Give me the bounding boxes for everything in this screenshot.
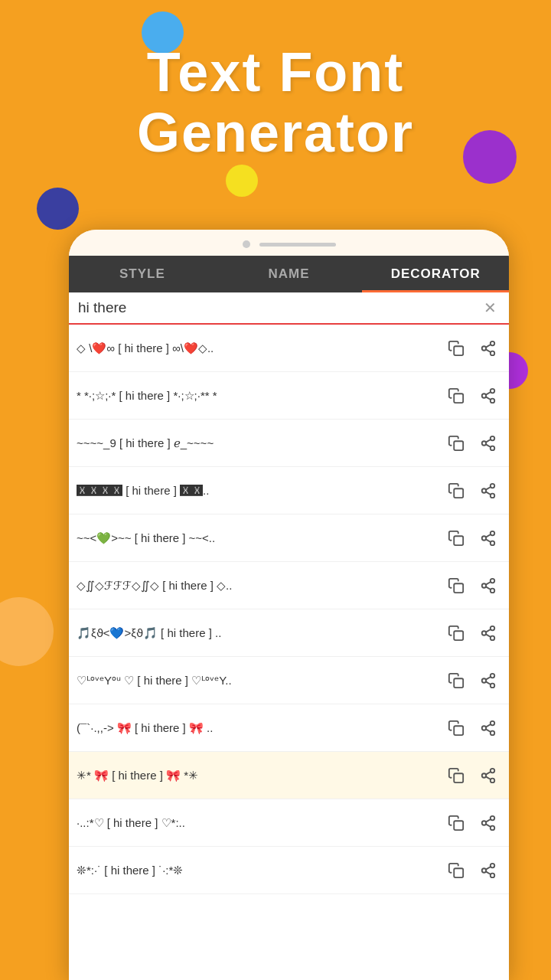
copy-button[interactable] [443,335,469,361]
result-actions [443,810,501,836]
svg-rect-36 [454,631,463,640]
copy-button[interactable] [443,573,469,599]
share-button[interactable] [475,383,501,409]
dot-blue-left [37,188,79,230]
tab-name[interactable]: NAME [216,256,363,292]
share-button[interactable] [475,858,501,884]
svg-line-16 [486,444,491,447]
svg-line-47 [486,676,491,679]
copy-button[interactable] [443,810,469,836]
svg-line-11 [486,391,491,394]
notch-bar [259,243,336,247]
result-row: ❊*:·˙ [ hi there ] ˙·:*❊ [69,847,509,894]
result-actions [443,478,501,504]
share-button[interactable] [475,763,501,789]
share-button[interactable] [475,478,501,504]
result-row: 🎵ξϑ<💙>ξϑ🎵 [ hi there ] .. [69,609,509,657]
copy-button[interactable] [443,620,469,646]
result-actions [443,383,501,409]
share-button[interactable] [475,430,501,456]
result-actions [443,335,501,361]
svg-rect-54 [454,773,463,782]
svg-line-22 [486,492,491,495]
result-row: (¯`·.,,-> 🎀 [ hi there ] 🎀 .. [69,704,509,752]
svg-rect-42 [454,678,463,688]
result-text: ❊*:·˙ [ hi there ] ˙·:*❊ [77,863,439,878]
phone-notch [69,230,509,256]
svg-line-71 [486,866,491,869]
app-title-line2: Generator [0,103,551,163]
svg-rect-66 [454,868,463,877]
share-button[interactable] [475,335,501,361]
svg-line-28 [486,539,491,542]
svg-line-64 [486,824,491,827]
copy-button[interactable] [443,858,469,884]
result-row: ◇∬◇ℱℱℱ◇∬◇ [ hi there ] ◇.. [69,562,509,609]
tab-style[interactable]: STYLE [69,256,216,292]
share-button[interactable] [475,810,501,836]
svg-rect-0 [454,346,463,355]
svg-line-29 [486,534,491,537]
dot-yellow [226,165,258,197]
result-actions [443,858,501,884]
svg-rect-60 [454,821,463,830]
result-text: ✳* 🎀 [ hi there ] 🎀 *✳ [77,768,439,783]
share-button[interactable] [475,525,501,551]
svg-rect-18 [454,488,463,498]
copy-button[interactable] [443,383,469,409]
result-actions [443,763,501,789]
svg-line-10 [486,397,491,400]
share-button[interactable] [475,668,501,694]
share-button[interactable] [475,715,501,741]
svg-line-35 [486,581,491,584]
result-actions [443,620,501,646]
result-row: * *·;☆;·* [ hi there ] *·;☆;·** * [69,372,509,420]
result-actions [443,430,501,456]
svg-line-41 [486,629,491,632]
copy-button[interactable] [443,715,469,741]
result-text: ♡ᴸᵒᵛᵉYᵒᵘ ♡ [ hi there ] ♡ᴸᵒᵛᵉY.. [77,673,439,688]
svg-rect-30 [454,583,463,593]
app-title: Text Font Generator [0,42,551,163]
search-bar: ✕ [69,292,509,325]
svg-rect-12 [454,441,463,450]
tab-decorator[interactable]: DECORATOR [362,256,509,292]
results-list: ◇ \❤️∞ [ hi there ] ∞\❤️◇.. * *·;☆;·* [ … [69,325,509,980]
copy-button[interactable] [443,763,469,789]
result-row: ~~<💚>~~ [ hi there ] ~~<.. [69,514,509,562]
svg-line-70 [486,871,491,874]
svg-line-58 [486,776,491,779]
dot-peach-left [0,597,54,666]
result-text: 🎵ξϑ<💙>ξϑ🎵 [ hi there ] .. [77,626,439,641]
svg-line-46 [486,681,491,684]
svg-line-17 [486,439,491,442]
result-text: ◇∬◇ℱℱℱ◇∬◇ [ hi there ] ◇.. [77,578,439,593]
result-text: 🆇🆇🆇🆇 [ hi there ] 🆇🆇.. [77,483,439,498]
result-actions [443,573,501,599]
svg-line-40 [486,634,491,637]
result-actions [443,525,501,551]
copy-button[interactable] [443,668,469,694]
result-text: (¯`·.,,-> 🎀 [ hi there ] 🎀 .. [77,720,439,736]
result-text: ~~~~_9 [ hi there ] ℯ_~~~~ [77,436,439,451]
search-input[interactable] [78,299,481,316]
result-row: ◇ \❤️∞ [ hi there ] ∞\❤️◇.. [69,325,509,372]
clear-button[interactable]: ✕ [481,299,500,317]
svg-line-5 [486,344,491,347]
share-button[interactable] [475,573,501,599]
svg-rect-48 [454,726,463,735]
svg-line-65 [486,818,491,822]
copy-button[interactable] [443,478,469,504]
svg-line-52 [486,729,491,732]
result-text: ◇ \❤️∞ [ hi there ] ∞\❤️◇.. [77,341,439,356]
notch-dot [243,240,250,248]
share-button[interactable] [475,620,501,646]
copy-button[interactable] [443,525,469,551]
result-text: ~~<💚>~~ [ hi there ] ~~<.. [77,531,439,546]
copy-button[interactable] [443,430,469,456]
result-row: ·..:*♡ [ hi there ] ♡*:.. [69,799,509,847]
svg-line-23 [486,486,491,489]
svg-line-4 [486,349,491,352]
svg-rect-24 [454,536,463,545]
result-actions [443,668,501,694]
